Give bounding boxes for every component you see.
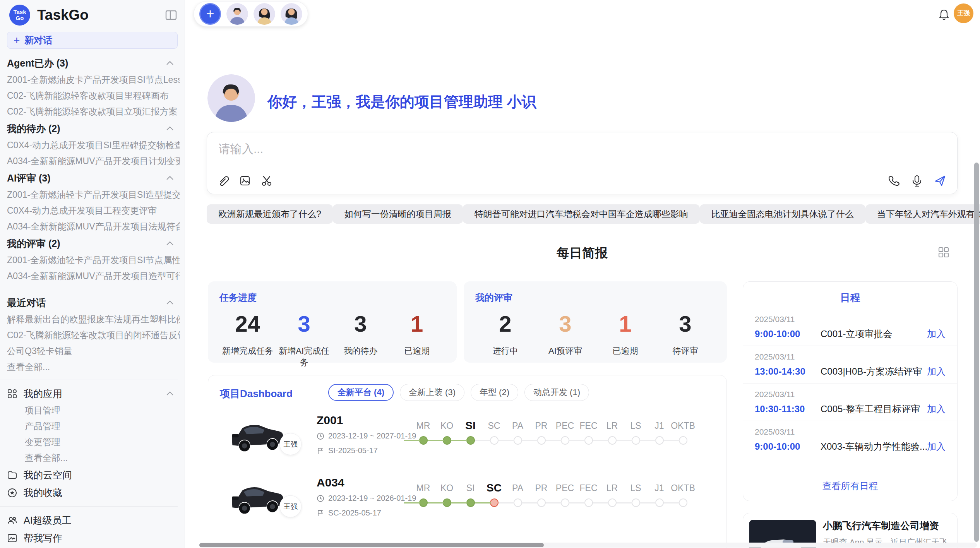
agent-avatar-2[interactable] [254, 3, 275, 25]
user-avatar[interactable]: 王强 [954, 3, 973, 23]
join-link[interactable]: 加入 [927, 365, 946, 378]
suggestion-chip[interactable]: 特朗普可能对进口汽车增税会对中国车企造成哪些影响 [463, 204, 700, 224]
horizontal-scrollbar-thumb[interactable] [199, 543, 544, 547]
sidebar-task-item[interactable]: Z001-全新燃油轻卡产品开发项目SI造型提交物评审 [7, 187, 180, 203]
chat-input[interactable] [219, 142, 838, 156]
horizontal-scrollbar[interactable] [199, 543, 977, 548]
suggestion-chip[interactable]: 如何写一份清晰的项目周报 [333, 204, 463, 224]
sidebar-task-item[interactable]: Z001-全新燃油轻卡产品开发项目SI节点属性5D文件评审 [7, 252, 180, 268]
apps-view-all[interactable]: 查看全部... [7, 450, 185, 466]
attachment-icon[interactable] [217, 175, 230, 187]
dashboard-tab[interactable]: 全新平台 (4) [328, 384, 394, 401]
agent-avatar-3[interactable] [281, 3, 302, 25]
join-link[interactable]: 加入 [927, 403, 946, 415]
schedule-card: 日程 2025/03/11 9:00-10:00 C001-立项审批会 加入 2… [743, 281, 958, 501]
milestone-dot [443, 498, 451, 507]
sidebar-item-favorites[interactable]: 我的收藏 [7, 484, 185, 502]
event-time: 13:00-14:30 [755, 366, 821, 377]
vertical-scrollbar-thumb[interactable] [974, 163, 979, 542]
stat-value: 3 [332, 311, 389, 337]
app-subitem[interactable]: 项目管理 [7, 402, 185, 418]
layout-grid-icon[interactable] [937, 246, 950, 259]
section-items: Z001-全新燃油皮卡产品开发项目SI节点Lesson Learn报告C02-飞… [7, 72, 185, 120]
join-link[interactable]: 加入 [927, 440, 946, 453]
suggestion-chip[interactable]: 当下年轻人对汽车外观有怎样的喜好趋势 [865, 204, 980, 224]
stat-label: 已逾期 [389, 345, 445, 357]
stat-item: 24 新增完成任务 [219, 311, 276, 368]
milestone-dot [584, 436, 593, 445]
project-code: Z001 [317, 414, 343, 427]
milestone-dot [584, 498, 593, 507]
stat-item: 3 AI预评审 [535, 311, 595, 357]
new-chat-label: 新对话 [24, 34, 52, 46]
logo-text-1: Task [13, 9, 26, 15]
sidebar-item-ai-employee[interactable]: AI超级员工 [7, 511, 185, 529]
sidebar-section-header[interactable]: 我的待办 (2) [7, 120, 185, 137]
sidebar-task-item[interactable]: A034-全新新能源MUV产品开发项目造型可行性评审 [7, 268, 180, 284]
sidebar-item-write-helper[interactable]: 帮我写作 [7, 529, 185, 547]
card-title: 我的评审 [475, 291, 715, 304]
sidebar-section-header[interactable]: Agent已办 (3) [7, 54, 185, 72]
app-subitem[interactable]: 产品管理 [7, 418, 185, 434]
join-link[interactable]: 加入 [927, 328, 946, 340]
divider [0, 380, 178, 380]
section-items: Z001-全新燃油轻卡产品开发项目SI节点属性5D文件评审A034-全新新能源M… [7, 252, 185, 284]
project-row[interactable]: 王强 A034 2023-12-19 ~ 2026-01-19 SC-2025-… [208, 473, 726, 535]
sidebar-task-item[interactable]: Z001-全新燃油皮卡产品开发项目SI节点Lesson Learn报告 [7, 72, 180, 88]
sidebar-section-header[interactable]: 我的评审 (2) [7, 235, 185, 252]
stat-value: 1 [595, 311, 655, 337]
recent-chat-item[interactable]: 公司Q3轻卡销量 [7, 343, 180, 359]
image-icon[interactable] [239, 175, 251, 187]
dashboard-tab[interactable]: 年型 (2) [471, 384, 518, 401]
project-row[interactable]: 王强 Z001 2023-12-19 ~ 2027-01-19 SI-2025-… [208, 411, 726, 473]
suggestion-chip[interactable]: 欧洲新规最近颁布了什么? [207, 204, 333, 224]
sidebar-item-my-apps[interactable]: 我的应用 [7, 385, 185, 402]
sidebar-item-cloud-space[interactable]: 我的云空间 [7, 466, 185, 484]
recent-chat-item[interactable]: C02-飞腾新能源轻客改款项目的闭环通告反馈情况 [7, 327, 180, 343]
sidebar-task-item[interactable]: C02-飞腾新能源轻客改款项目立项汇报方案 [7, 104, 180, 120]
recent-chat-item[interactable]: 解释最新出台的欧盟报废车法规再生塑料比例被调至15%... [7, 312, 180, 327]
send-icon[interactable] [934, 175, 946, 187]
truck-image [228, 414, 286, 457]
star-badge-icon [7, 488, 17, 498]
sidebar-task-item[interactable]: C02-飞腾新能源轻客改款项目里程碑画布 [7, 88, 180, 104]
milestone-label: SI [465, 418, 475, 433]
stat-value: 1 [389, 311, 445, 337]
phone-icon[interactable] [887, 175, 900, 187]
milestone-node: OKTB [671, 418, 695, 445]
cloud-space-label: 我的云空间 [24, 469, 72, 481]
notifications-bell-icon[interactable] [938, 9, 950, 21]
scissors-icon[interactable] [260, 175, 273, 187]
recent-view-all[interactable]: 查看全部... [7, 359, 180, 375]
news-title: 小鹏飞行汽车制造公司增资 [823, 519, 951, 532]
dashboard-tab[interactable]: 全新上装 (3) [400, 384, 464, 401]
favorites-label: 我的收藏 [24, 486, 62, 499]
sidebar-task-item[interactable]: C0X4-动力总成开发项目SI里程碑提交物检查 [7, 137, 180, 153]
milestone-dot [514, 498, 522, 507]
sidebar-task-item[interactable]: A034-全新新能源MUV产品开发项目法规符合性评审 [7, 219, 180, 235]
section-title: Agent已办 (3) [7, 57, 68, 70]
dashboard-tab[interactable]: 动总开发 (1) [524, 384, 589, 401]
sidebar-task-item[interactable]: A034-全新新能源MUV产品开发项目计划变更表编写 [7, 153, 180, 169]
milestone-dot [419, 436, 428, 445]
stat-label: AI预评审 [535, 345, 595, 357]
sidebar-list: Agent已办 (3) Z001-全新燃油皮卡产品开发项目SI节点Lesson … [0, 49, 185, 548]
agent-avatar-1[interactable] [226, 3, 248, 25]
sidebar-collapse-icon[interactable] [165, 9, 177, 21]
image-edit-icon [7, 533, 17, 543]
sidebar-section-header[interactable]: AI评审 (3) [7, 169, 185, 187]
app-subitem[interactable]: 变更管理 [7, 434, 185, 450]
stat-label: 已逾期 [595, 345, 655, 357]
event-date: 2025/03/11 [755, 390, 946, 399]
view-all-schedule-link[interactable]: 查看所有日程 [743, 474, 957, 501]
recent-chats-header[interactable]: 最近对话 [7, 294, 185, 312]
new-chat-button[interactable]: + 新对话 [7, 32, 178, 49]
stat-item: 3 我的待办 [332, 311, 389, 368]
microphone-icon[interactable] [911, 175, 923, 187]
stat-label: 新增完成任务 [219, 345, 276, 357]
stat-value: 3 [655, 311, 715, 337]
sidebar-task-item[interactable]: C0X4-动力总成开发项目工程变更评审 [7, 203, 180, 219]
suggestion-chip[interactable]: 比亚迪全固态电池计划具体说了什么 [700, 204, 865, 224]
project-dates-text: 2023-12-19 ~ 2027-01-19 [328, 432, 416, 440]
add-agent-button[interactable]: + [199, 3, 221, 25]
